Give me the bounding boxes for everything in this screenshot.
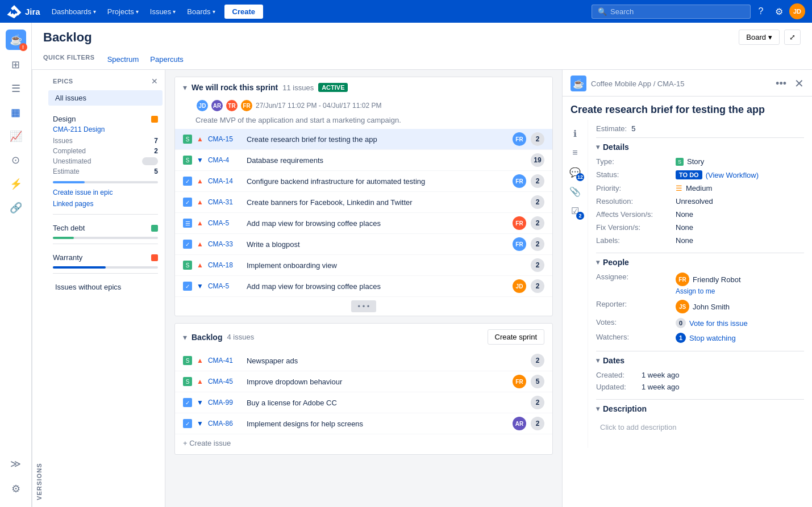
backlog-toggle-icon[interactable]: ▾ bbox=[183, 333, 187, 342]
reporter-avatar: JS bbox=[676, 300, 689, 313]
detail-close-button[interactable]: ✕ bbox=[794, 77, 804, 90]
issue-summary: Create banners for Facebook, Linkedin an… bbox=[247, 198, 526, 207]
create-issue-in-epic-link[interactable]: Create issue in epic bbox=[46, 187, 165, 198]
issue-points: 2 bbox=[531, 417, 544, 430]
issue-summary: Add map view for browsing coffee places bbox=[247, 282, 508, 291]
help-button[interactable]: ? bbox=[753, 3, 769, 19]
issue-row[interactable]: ✓ ▲ CMA-33 Write a blogpost FR 2 bbox=[175, 234, 552, 255]
dates-section-header[interactable]: ▾ Dates bbox=[596, 356, 804, 365]
issue-summary: Newspaper ads bbox=[247, 357, 526, 365]
detail-info-button[interactable]: ℹ bbox=[566, 124, 584, 143]
issue-row[interactable]: S ▲ CMA-15 Create research brief for tes… bbox=[175, 129, 552, 150]
epic-sub-link[interactable]: CMA-211 Design bbox=[46, 124, 165, 135]
epic-progress-fill bbox=[53, 266, 106, 269]
versions-tab[interactable]: VERSIONS bbox=[32, 70, 46, 507]
boards-menu[interactable]: Boards ▾ bbox=[182, 5, 219, 18]
description-field[interactable]: Click to add description bbox=[596, 419, 804, 435]
quick-filters-label: QUICK FILTERS bbox=[43, 51, 102, 69]
assignee-row: Assignee: FR Friendly Robot Assign to me bbox=[596, 273, 804, 295]
sidebar-item-home[interactable]: ⊞ bbox=[5, 53, 27, 76]
issue-key: CMA-5 bbox=[208, 219, 242, 227]
vote-link[interactable]: Vote for this issue bbox=[689, 319, 748, 328]
issue-row[interactable]: ☰ ▲ CMA-5 Add map view for browsing coff… bbox=[175, 213, 552, 234]
section-divider bbox=[596, 137, 804, 138]
settings-button[interactable]: ⚙ bbox=[771, 3, 787, 19]
project-icon[interactable]: ☕ ! bbox=[6, 30, 26, 50]
dashboards-menu[interactable]: Dashboards ▾ bbox=[47, 5, 101, 18]
issue-type-story-icon: S bbox=[183, 135, 192, 144]
epics-close-button[interactable]: ✕ bbox=[151, 77, 158, 86]
sidebar-item-links[interactable]: 🔗 bbox=[5, 196, 27, 219]
backlog-title: Backlog bbox=[191, 333, 222, 342]
backlog-section: ▾ Backlog 4 issues Create sprint S ▲ CMA… bbox=[174, 323, 553, 455]
issue-row[interactable]: ✓ ▼ CMA-5 Add map view for browsing coff… bbox=[175, 276, 552, 297]
backlog-section-header[interactable]: ▾ Backlog 4 issues Create sprint bbox=[175, 324, 552, 350]
people-section: ▾ People Assignee: FR Friendly Robot Ass… bbox=[596, 258, 804, 343]
issue-points: 2 bbox=[531, 132, 544, 146]
all-issues-item[interactable]: All issues bbox=[48, 90, 163, 106]
sidebar-expand[interactable]: ≫ bbox=[5, 452, 27, 475]
issue-row[interactable]: S ▲ CMA-41 Newspaper ads 2 bbox=[175, 350, 552, 371]
issue-row[interactable]: ✓ ▲ CMA-14 Configure backend infrastruct… bbox=[175, 171, 552, 192]
expand-button[interactable]: ⤢ bbox=[784, 30, 801, 45]
create-issue-link[interactable]: + Create issue bbox=[175, 434, 552, 454]
main-layout: Backlog Board ▾ ⤢ QUICK FILTERS Spectrum… bbox=[32, 23, 812, 507]
description-section-header[interactable]: ▾ Description bbox=[596, 404, 804, 413]
search-box[interactable]: 🔍 bbox=[592, 5, 751, 19]
issue-row[interactable]: S ▼ CMA-4 Database requirements 19 bbox=[175, 150, 552, 171]
sidebar-item-list[interactable]: ☰ bbox=[5, 77, 27, 100]
assignee-info: FR Friendly Robot bbox=[676, 273, 741, 286]
issue-key: CMA-86 bbox=[208, 420, 242, 428]
epic-warranty-header[interactable]: Warranty bbox=[46, 250, 165, 263]
epic-tech-debt-header[interactable]: Tech debt bbox=[46, 220, 165, 233]
toggle-unestimated[interactable] bbox=[142, 157, 158, 165]
sprint-toggle-icon[interactable]: ▾ bbox=[183, 83, 187, 92]
details-section-header[interactable]: ▾ Details bbox=[596, 143, 804, 152]
sidebar-item-reports[interactable]: 📈 bbox=[5, 125, 27, 148]
sidebar-item-settings[interactable]: ⚡ bbox=[5, 173, 27, 195]
view-workflow-link[interactable]: (View Workflow) bbox=[706, 171, 759, 179]
issue-row[interactable]: ✓ ▼ CMA-86 Implement designs for help sc… bbox=[175, 413, 552, 434]
detail-checklist-button[interactable]: ☑ 2 bbox=[566, 202, 584, 220]
issue-row[interactable]: ✓ ▲ CMA-31 Create banners for Facebook, … bbox=[175, 192, 552, 213]
logo-text: Jira bbox=[25, 7, 40, 16]
issue-row[interactable]: S ▲ CMA-18 Implement onboarding view 2 bbox=[175, 255, 552, 276]
sidebar-item-backlog[interactable]: ⊙ bbox=[5, 149, 27, 171]
sidebar-item-board[interactable]: ▦ bbox=[5, 101, 27, 124]
people-section-header[interactable]: ▾ People bbox=[596, 258, 804, 267]
stop-watching-link[interactable]: Stop watching bbox=[689, 334, 736, 342]
estimate-row: Estimate: 5 bbox=[596, 124, 804, 133]
quick-filters: QUICK FILTERS Spectrum Papercuts bbox=[43, 48, 801, 69]
priority-high-icon: ▲ bbox=[197, 357, 203, 364]
filter-papercuts[interactable]: Papercuts bbox=[144, 51, 189, 69]
issue-summary: Configure backend infrastructure for aut… bbox=[247, 177, 508, 186]
detail-comments-button[interactable]: 💬 12 bbox=[566, 163, 584, 181]
linked-pages-link[interactable]: Linked pages bbox=[46, 198, 165, 209]
issue-points: 2 bbox=[531, 216, 544, 230]
detail-attach-button[interactable]: 📎 bbox=[566, 182, 584, 200]
create-button[interactable]: Create bbox=[224, 5, 263, 19]
board-button[interactable]: Board ▾ bbox=[739, 30, 780, 45]
show-more-button[interactable]: • • • bbox=[351, 300, 377, 312]
user-avatar[interactable]: JD bbox=[789, 3, 805, 19]
jira-logo[interactable]: Jira bbox=[7, 4, 40, 19]
sidebar-settings[interactable]: ⚙ bbox=[5, 477, 27, 500]
issue-type-story-icon: S bbox=[183, 156, 192, 165]
issue-row[interactable]: ✓ ▼ CMA-99 Buy a license for Adobe CC 2 bbox=[175, 392, 552, 413]
status-row: Status: TO DO (View Workflow) bbox=[596, 170, 804, 179]
projects-menu[interactable]: Projects ▾ bbox=[103, 5, 143, 18]
create-sprint-button[interactable]: Create sprint bbox=[488, 329, 544, 345]
detail-more-button[interactable]: ••• bbox=[772, 77, 790, 91]
issue-key: CMA-31 bbox=[208, 198, 242, 206]
epic-warranty-progress bbox=[53, 266, 158, 269]
assign-to-me-link[interactable]: Assign to me bbox=[676, 287, 715, 295]
issue-row[interactable]: S ▲ CMA-45 Improve dropdown behaviour FR… bbox=[175, 371, 552, 392]
issues-menu[interactable]: Issues ▾ bbox=[145, 5, 181, 18]
filter-spectrum[interactable]: Spectrum bbox=[102, 51, 145, 69]
sprint-header[interactable]: ▾ We will rock this sprint 11 issues ACT… bbox=[175, 77, 552, 98]
search-input[interactable] bbox=[610, 7, 735, 16]
issue-avatar: AR bbox=[513, 417, 526, 430]
detail-activity-button[interactable]: ≡ bbox=[566, 144, 584, 162]
issues-without-epics[interactable]: Issues without epics bbox=[48, 278, 163, 296]
issue-points: 5 bbox=[531, 375, 544, 388]
